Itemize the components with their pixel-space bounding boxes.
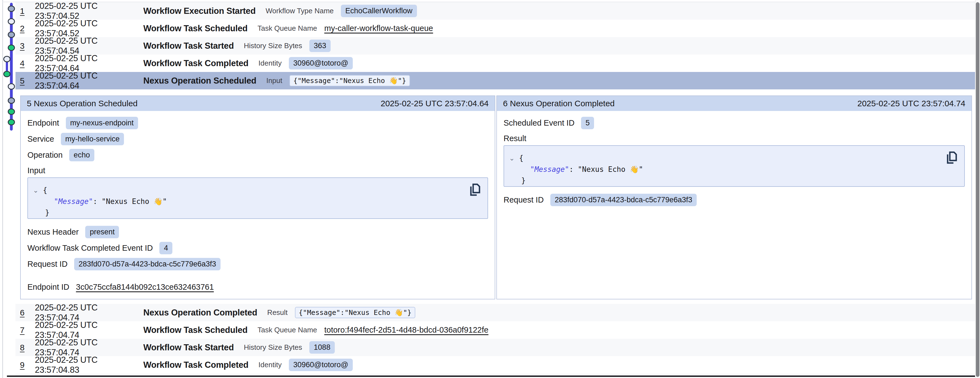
event-id-link[interactable]: 8 <box>20 343 26 352</box>
event-attr-value-json-chip: {"Message":"Nexus Echo 👋"} <box>290 75 410 86</box>
event-timestamp: 2025-02-25 UTC 23:57:04.54 <box>35 36 143 56</box>
collapse-caret-icon[interactable]: ⌄ <box>33 187 38 194</box>
event-attr-label: History Size Bytes <box>244 343 302 352</box>
timeline-marker-completed <box>8 108 15 115</box>
event-id-link[interactable]: 7 <box>20 325 26 335</box>
field-label: Request ID <box>504 195 544 204</box>
timeline-marker-scheduled <box>8 83 15 90</box>
panel-header: 5 Nexus Operation Scheduled 2025-02-25 U… <box>21 96 495 111</box>
event-attr-value-chip: 30960@totoro@ <box>289 359 353 371</box>
event-row[interactable]: 3 2025-02-25 UTC 23:57:04.54 Workflow Ta… <box>16 37 975 54</box>
field-value-chip: 283fd070-d57a-4423-bdca-c5c779e6a3f3 <box>74 258 221 270</box>
timeline-marker-started <box>8 6 15 12</box>
event-attr-value-chip: 363 <box>309 40 331 52</box>
timeline-marker-started <box>8 32 15 38</box>
event-name: Workflow Task Started <box>143 343 234 352</box>
copy-icon <box>469 183 481 197</box>
event-row[interactable]: 4 2025-02-25 UTC 23:57:04.64 Workflow Ta… <box>16 54 975 72</box>
scrollbar-thumb[interactable] <box>976 2 980 377</box>
event-row-selected[interactable]: 5 2025-02-25 UTC 23:57:04.64 Nexus Opera… <box>16 72 975 89</box>
timeline-marker-scheduled <box>3 56 11 62</box>
timeline-marker-completed <box>3 71 11 77</box>
event-attr-value-chip: 1088 <box>309 341 335 354</box>
event-detail-panel-completed: 6 Nexus Operation Completed 2025-02-25 U… <box>496 96 972 300</box>
event-attr-label: Identity <box>258 59 282 67</box>
event-row[interactable]: 7 2025-02-25 UTC 23:57:04.74 Workflow Ta… <box>16 321 975 339</box>
event-id-link[interactable]: 9 <box>20 360 26 370</box>
json-viewer: ⌄{ "Message": "Nexus Echo 👋" } <box>504 145 965 187</box>
copy-button[interactable] <box>469 183 481 197</box>
event-id-link[interactable]: 1 <box>20 6 26 16</box>
event-name: Nexus Operation Scheduled <box>143 76 256 86</box>
panel-timestamp: 2025-02-25 UTC 23:57:04.74 <box>858 99 965 108</box>
field-label: Workflow Task Completed Event ID <box>27 244 153 253</box>
timeline-marker-scheduled <box>8 18 15 25</box>
event-id-link[interactable]: 2 <box>20 24 26 33</box>
panel-title: 5 Nexus Operation Scheduled <box>27 99 137 108</box>
field-value-chip: 5 <box>581 117 594 129</box>
collapse-caret-icon[interactable]: ⌄ <box>509 155 515 162</box>
endpoint-id-link[interactable]: 3c0c75ccfa8144b092c13ce632463761 <box>76 282 214 292</box>
field-label: Scheduled Event ID <box>504 118 574 128</box>
next-row-sliver <box>16 373 975 375</box>
page-left-border <box>2 0 3 378</box>
event-name: Workflow Task Scheduled <box>143 325 248 335</box>
event-id-link[interactable]: 3 <box>20 41 26 51</box>
field-label: Nexus Header <box>27 228 79 237</box>
scrollbar-track[interactable] <box>975 0 980 378</box>
field-value-chip: present <box>85 226 119 238</box>
event-detail-panel-scheduled: 5 Nexus Operation Scheduled 2025-02-25 U… <box>20 96 495 300</box>
event-id-link[interactable]: 4 <box>20 59 26 68</box>
event-attr-label: Task Queue Name <box>258 24 317 33</box>
event-attr-label: History Size Bytes <box>244 41 302 50</box>
field-value-chip: 4 <box>159 242 172 254</box>
event-name: Workflow Execution Started <box>143 6 256 16</box>
field-label: Endpoint <box>27 118 59 128</box>
event-name: Workflow Task Started <box>143 41 234 51</box>
json-value: "Nexus Echo 👋" <box>102 197 167 206</box>
event-timestamp: 2025-02-25 UTC 23:57:04.64 <box>35 53 143 73</box>
event-attr-label: Workflow Type Name <box>266 6 334 15</box>
event-id-link[interactable]: 5 <box>20 76 26 86</box>
field-value-chip: my-nexus-endpoint <box>66 117 138 129</box>
panel-body: Scheduled Event ID 5 Result ⌄{ "Message"… <box>497 111 971 206</box>
viewport-bottom-divider <box>7 375 975 377</box>
task-queue-link[interactable]: totoro:f494fecf-2d51-4d48-bdcd-036a0f912… <box>324 325 488 335</box>
event-name: Workflow Task Scheduled <box>143 24 248 33</box>
event-attr-label: Input <box>266 77 282 85</box>
json-viewer: ⌄{ "Message": "Nexus Echo 👋" } <box>27 177 488 219</box>
event-id-link[interactable]: 6 <box>20 308 26 317</box>
event-name: Nexus Operation Completed <box>143 308 257 318</box>
event-name: Workflow Task Completed <box>143 58 248 69</box>
event-row[interactable]: 8 2025-02-25 UTC 23:57:04.74 Workflow Ta… <box>16 339 975 356</box>
event-row[interactable]: 6 2025-02-25 UTC 23:57:04.74 Nexus Opera… <box>16 304 975 321</box>
field-label: Request ID <box>27 260 67 269</box>
task-queue-link[interactable]: my-caller-workflow-task-queue <box>324 24 433 33</box>
event-row[interactable]: 9 2025-02-25 UTC 23:57:04.83 Workflow Ta… <box>16 356 975 373</box>
json-key: "Message" <box>54 197 93 206</box>
field-value-chip: 283fd070-d57a-4423-bdca-c5c779e6a3f3 <box>550 194 697 206</box>
timeline-marker-completed <box>8 45 15 51</box>
json-value: "Nexus Echo 👋" <box>578 165 643 174</box>
event-row[interactable]: 1 2025-02-25 UTC 23:57:04.52 Workflow Ex… <box>16 2 975 20</box>
field-label: Endpoint ID <box>27 282 70 292</box>
event-row[interactable]: 2 2025-02-25 UTC 23:57:04.52 Workflow Ta… <box>16 20 975 37</box>
event-attr-value-json-chip: {"Message":"Nexus Echo 👋"} <box>295 307 415 318</box>
event-timestamp: 2025-02-25 UTC 23:57:04.52 <box>35 1 143 21</box>
event-timestamp: 2025-02-25 UTC 23:57:04.74 <box>35 303 143 323</box>
event-attr-label: Result <box>267 308 288 317</box>
json-key: "Message" <box>530 165 569 174</box>
copy-icon <box>945 151 958 165</box>
field-value-chip: my-hello-service <box>61 133 124 145</box>
timeline-marker-completed <box>8 119 15 125</box>
panel-header: 6 Nexus Operation Completed 2025-02-25 U… <box>497 96 971 111</box>
event-history-list: 6 2025-02-25 UTC 23:57:04.74 Nexus Opera… <box>16 304 975 373</box>
event-attr-value-chip: EchoCallerWorkflow <box>341 5 417 17</box>
event-timestamp: 2025-02-25 UTC 23:57:04.64 <box>35 71 143 91</box>
timeline-marker-started <box>8 97 15 104</box>
panel-title: 6 Nexus Operation Completed <box>503 99 615 108</box>
field-label: Result <box>504 134 526 143</box>
field-label: Input <box>27 166 45 175</box>
field-value-chip: echo <box>69 149 94 161</box>
copy-button[interactable] <box>945 151 958 165</box>
